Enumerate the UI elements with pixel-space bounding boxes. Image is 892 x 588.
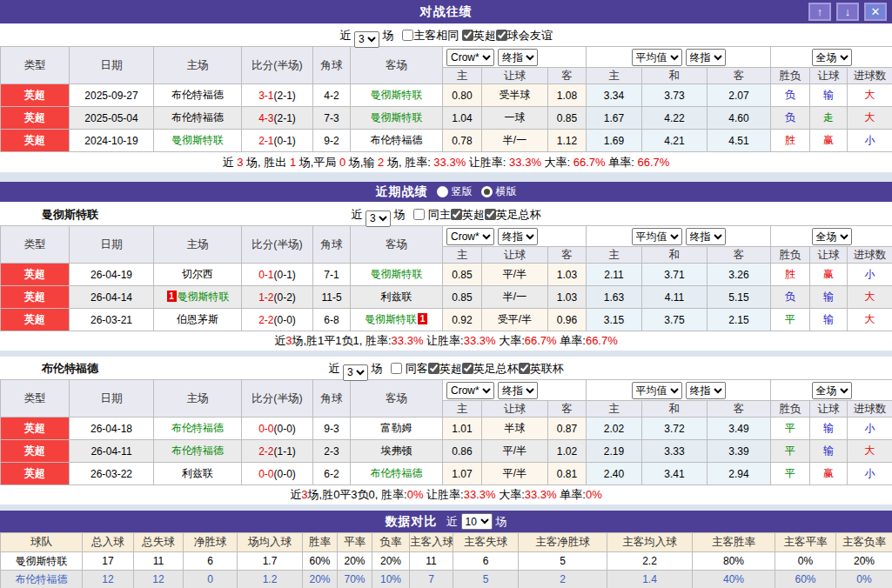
table-cell: 小: [848, 418, 892, 440]
cell-text: 6-2: [324, 468, 339, 480]
table-cell: 输: [810, 440, 848, 463]
brentford-checkbox-epl[interactable]: 英超: [428, 362, 462, 375]
near-label: 近: [446, 514, 458, 530]
average-select[interactable]: 平均值: [632, 228, 682, 245]
table-cell: 4-3(2-1): [242, 107, 313, 130]
table-cell: 胜: [771, 130, 810, 152]
odds-company-select[interactable]: Crow*: [446, 49, 494, 66]
cell-text: 26-03-22: [91, 468, 132, 480]
fa-cup-checkbox[interactable]: [485, 209, 496, 220]
cell-text: 6-8: [324, 314, 339, 326]
table-cell: 半/一: [482, 130, 548, 152]
col-type: 类型: [1, 380, 70, 418]
cell-text: 负: [785, 291, 795, 303]
h2h-filter-row: 近 3 场 主客相同 英超球会友谊: [0, 23, 892, 46]
table-cell: 曼彻斯特联: [351, 107, 443, 130]
friendly-checkbox[interactable]: [496, 30, 507, 41]
brentford-checkbox-sameaway[interactable]: 同客: [391, 362, 428, 375]
table-cell: 小: [848, 264, 892, 286]
brentford-checkbox-eflcup[interactable]: 英联杯: [519, 362, 564, 375]
cell-text: 6: [207, 555, 213, 567]
vertical-layout-radio[interactable]: [437, 186, 448, 197]
manu-checkbox-samehome[interactable]: 同主: [413, 208, 451, 221]
table-cell: 7: [410, 571, 453, 588]
close-icon[interactable]: ✕: [864, 3, 887, 21]
brentford-checkbox-facup[interactable]: 英足总杯: [462, 362, 519, 375]
scope-select[interactable]: 全场: [812, 228, 852, 245]
same-home-checkbox[interactable]: [413, 209, 425, 220]
table-cell: 英超: [1, 463, 70, 485]
sub-handicap: 让球: [482, 68, 548, 84]
horizontal-layout-radio[interactable]: [481, 186, 493, 197]
average-time-select[interactable]: 终指: [686, 382, 726, 399]
cell-text: 17: [102, 555, 113, 567]
odds-time-select[interactable]: 终指: [498, 228, 538, 245]
table-cell: 0-1(0-1): [242, 264, 313, 286]
cell-text: 0.80: [452, 90, 472, 102]
scope-select[interactable]: 全场: [812, 49, 852, 66]
same-home-away-checkbox[interactable]: [402, 30, 413, 41]
matches-label: 场: [496, 514, 507, 530]
table-cell: 0.85: [443, 286, 482, 309]
table-cell: 3.41: [642, 463, 708, 485]
same-away-checkbox[interactable]: [391, 363, 402, 374]
brentford-summary: 近3场,胜0平3负0, 胜率:0% 让胜率:33.3% 大率:33.3% 单率:…: [0, 485, 892, 504]
average-select[interactable]: 平均值: [632, 49, 682, 66]
col-date: 日期: [70, 226, 154, 264]
average-time-select[interactable]: 终指: [686, 49, 726, 66]
h2h-checkbox-same[interactable]: 主客相同: [402, 29, 459, 42]
table-cell: 2.11: [587, 264, 642, 286]
epl-checkbox[interactable]: [451, 209, 462, 220]
manu-recent-count-select[interactable]: 3: [366, 210, 391, 227]
brentford-recent-count-select[interactable]: 3: [343, 364, 368, 381]
cell-text: 9-2: [324, 135, 339, 147]
cell-text: 英超: [24, 111, 45, 124]
cell-text: (0-0): [274, 423, 296, 435]
cell-text: 英超: [24, 467, 45, 479]
average-time-select[interactable]: 终指: [686, 228, 726, 245]
table-cell: 胜: [771, 264, 810, 286]
table-cell: 3.72: [642, 418, 708, 440]
table-cell: 0-0(0-0): [242, 418, 313, 440]
table-cell: 4.60: [708, 107, 771, 130]
table-cell: 1.2: [238, 571, 303, 588]
cell-text: 1.2: [263, 573, 278, 585]
section-gap: [0, 172, 892, 182]
cell-text: 胜: [785, 268, 795, 280]
manu-checkbox-epl[interactable]: 英超: [451, 208, 485, 221]
cell-text: 26-04-19: [91, 269, 132, 281]
odds-time-select[interactable]: 终指: [498, 382, 538, 399]
scope-select[interactable]: 全场: [812, 382, 852, 399]
epl-checkbox[interactable]: [462, 30, 473, 41]
table-cell: 0.85: [443, 264, 482, 286]
cell-text: 英超: [24, 268, 45, 280]
cell-text: 12: [102, 573, 113, 585]
table-cell: 利兹联: [154, 463, 242, 485]
table-cell: 11-5: [313, 286, 351, 309]
h2h-recent-count-select[interactable]: 3: [354, 31, 379, 48]
rank-badge: 1: [167, 291, 177, 302]
move-down-icon[interactable]: ↓: [836, 3, 859, 21]
odds-company-select[interactable]: Crow*: [446, 382, 494, 399]
efl-cup-checkbox[interactable]: [519, 363, 530, 374]
table-cell: 平: [771, 440, 810, 463]
average-select[interactable]: 平均值: [632, 382, 682, 399]
compare-recent-count-select[interactable]: 10: [461, 513, 493, 530]
table-cell: 70%: [338, 571, 372, 588]
cell-text: (0-1): [274, 135, 296, 147]
cell-text: 布伦特福德: [171, 89, 224, 101]
h2h-checkbox-epl[interactable]: 英超: [462, 29, 496, 42]
summary-segment: 场,输: [345, 156, 378, 169]
move-up-icon[interactable]: ↑: [808, 3, 831, 21]
cell-text: 20%: [854, 555, 875, 567]
odds-company-select[interactable]: Crow*: [446, 228, 494, 245]
odds-time-select[interactable]: 终指: [498, 49, 538, 66]
h2h-checkbox-friendly[interactable]: 球会友谊: [496, 29, 553, 42]
cell-text: 3.34: [604, 90, 624, 102]
sub-handicap-result: 让球: [810, 401, 848, 418]
table-cell: 26-04-19: [70, 264, 154, 286]
epl-checkbox[interactable]: [428, 363, 439, 374]
fa-cup-checkbox[interactable]: [462, 363, 473, 374]
table-cell: 半球: [482, 418, 548, 440]
manu-checkbox-facup[interactable]: 英足总杯: [485, 208, 541, 221]
